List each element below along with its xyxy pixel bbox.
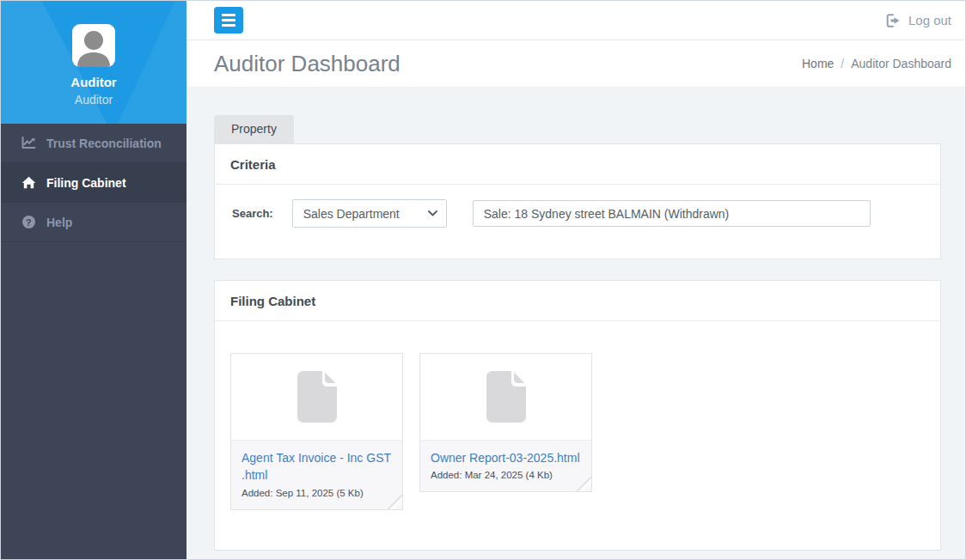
filing-cabinet-panel: Filing Cabinet Agent Tax Invoice - Inc G…: [214, 280, 941, 551]
search-label: Search:: [232, 207, 273, 220]
filing-cabinet-heading: Filing Cabinet: [215, 281, 940, 321]
logout-label: Log out: [908, 13, 951, 27]
page-header: Auditor Dashboard Home / Auditor Dashboa…: [186, 40, 965, 88]
breadcrumb-current: Auditor Dashboard: [851, 57, 951, 70]
department-select-wrap: Sales Department: [292, 199, 447, 228]
breadcrumb: Home / Auditor Dashboard: [802, 57, 951, 70]
breadcrumb-separator: /: [841, 57, 844, 70]
filing-cabinet-body: Agent Tax Invoice - Inc GST .html Added:…: [215, 321, 940, 510]
sidebar-nav: Trust Reconciliation Filing Cabinet ? He…: [1, 124, 186, 242]
hamburger-icon: [222, 14, 235, 16]
chart-line-icon: [21, 137, 36, 150]
user-role: Auditor: [75, 93, 113, 107]
sidebar-item-trust-reconciliation[interactable]: Trust Reconciliation: [1, 124, 186, 163]
content: Property Criteria Search: Sales Departme…: [186, 88, 965, 559]
sidebar: Auditor Auditor Trust Reconciliation: [1, 1, 186, 559]
criteria-panel: Criteria Search: Sales Department: [214, 143, 941, 259]
document-icon: [486, 371, 526, 423]
main-area: Log out Auditor Dashboard Home / Auditor…: [186, 1, 965, 559]
sidebar-user-panel: Auditor Auditor: [1, 1, 186, 124]
breadcrumb-home-link[interactable]: Home: [802, 57, 834, 70]
hamburger-icon: [222, 24, 235, 27]
file-card: Agent Tax Invoice - Inc GST .html Added:…: [230, 353, 403, 510]
page-title: Auditor Dashboard: [214, 51, 400, 77]
user-name: Auditor: [70, 75, 116, 89]
sidebar-item-filing-cabinet[interactable]: Filing Cabinet: [1, 163, 186, 203]
criteria-body: Search: Sales Department: [215, 185, 940, 259]
criteria-heading: Criteria: [215, 144, 940, 185]
avatar: [72, 24, 115, 67]
home-icon: [21, 176, 36, 190]
file-link[interactable]: Agent Tax Invoice - Inc GST .html: [242, 449, 392, 484]
topbar: Log out: [186, 1, 965, 40]
file-link[interactable]: Owner Report-03-2025.html: [431, 449, 581, 466]
file-card: Owner Report-03-2025.html Added: Mar 24,…: [419, 353, 592, 492]
menu-toggle-button[interactable]: [214, 7, 243, 33]
search-input[interactable]: [473, 200, 871, 227]
file-thumbnail: [420, 354, 591, 440]
file-added-date: Added: Mar 24, 2025 (4 Kb): [431, 470, 581, 480]
logout-button[interactable]: Log out: [886, 13, 951, 27]
sidebar-item-label: Filing Cabinet: [46, 176, 126, 190]
department-select[interactable]: Sales Department: [292, 199, 447, 228]
hamburger-icon: [222, 19, 235, 21]
sign-out-icon: [886, 14, 901, 27]
page-curl-decoration: [577, 477, 591, 491]
file-thumbnail: [231, 354, 402, 440]
file-added-date: Added: Sep 11, 2025 (5 Kb): [242, 488, 392, 498]
document-icon: [297, 371, 337, 423]
question-circle-icon: ?: [21, 216, 36, 229]
file-card-footer: Agent Tax Invoice - Inc GST .html Added:…: [231, 440, 402, 509]
person-silhouette-icon: [72, 29, 115, 67]
sidebar-item-label: Trust Reconciliation: [46, 137, 162, 150]
app-window: Auditor Auditor Trust Reconciliation: [0, 0, 966, 560]
file-card-footer: Owner Report-03-2025.html Added: Mar 24,…: [420, 440, 591, 491]
tab-property[interactable]: Property: [214, 115, 294, 143]
sidebar-item-help[interactable]: ? Help: [1, 203, 186, 242]
sidebar-item-label: Help: [46, 216, 72, 229]
page-curl-decoration: [388, 495, 402, 509]
